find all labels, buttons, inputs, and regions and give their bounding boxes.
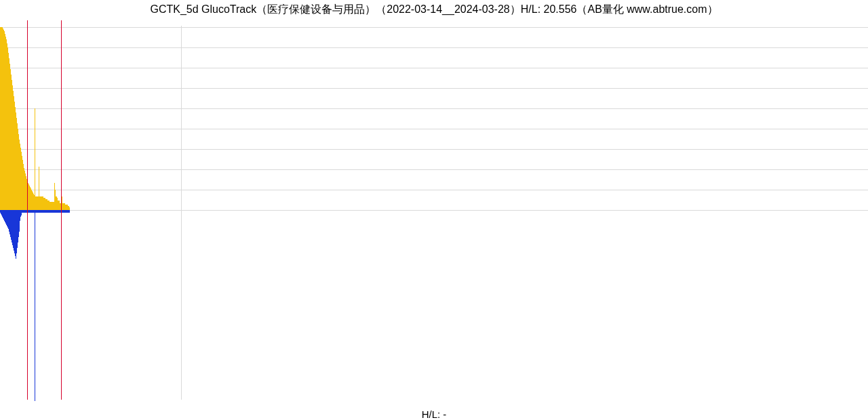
upper-yellow-bar — [35, 108, 35, 210]
plot-area — [0, 20, 868, 400]
gridline-h — [0, 88, 868, 89]
chart-title: GCTK_5d GlucoTrack（医疗保健设备与用品）（2022-03-14… — [0, 3, 868, 17]
gridline-h — [0, 129, 868, 129]
footer-label: H/L: - — [0, 408, 868, 420]
marker-line — [61, 20, 62, 400]
gridline-h — [0, 68, 868, 68]
gridline-h — [0, 27, 868, 28]
gridline-h — [0, 169, 868, 170]
gridline-h — [0, 108, 868, 109]
gridline-h — [0, 47, 868, 48]
gridline-h — [0, 149, 868, 150]
gridline-h — [0, 210, 868, 211]
marker-line — [27, 20, 28, 400]
gridline-h — [0, 190, 868, 190]
lower-blue-bar — [35, 210, 35, 401]
gridline-v — [181, 26, 182, 400]
lower-blue-bar — [69, 210, 70, 213]
